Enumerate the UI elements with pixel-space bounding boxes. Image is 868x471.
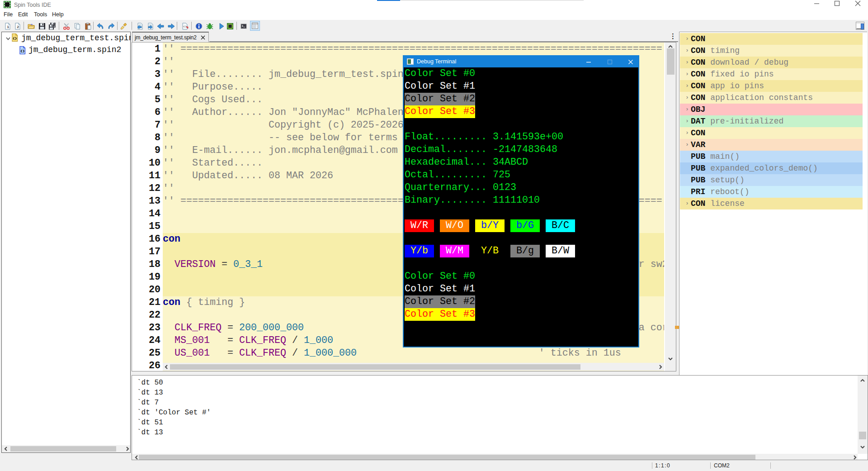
svg-text:1: 1 <box>7 25 9 29</box>
svg-text:2: 2 <box>17 25 19 29</box>
